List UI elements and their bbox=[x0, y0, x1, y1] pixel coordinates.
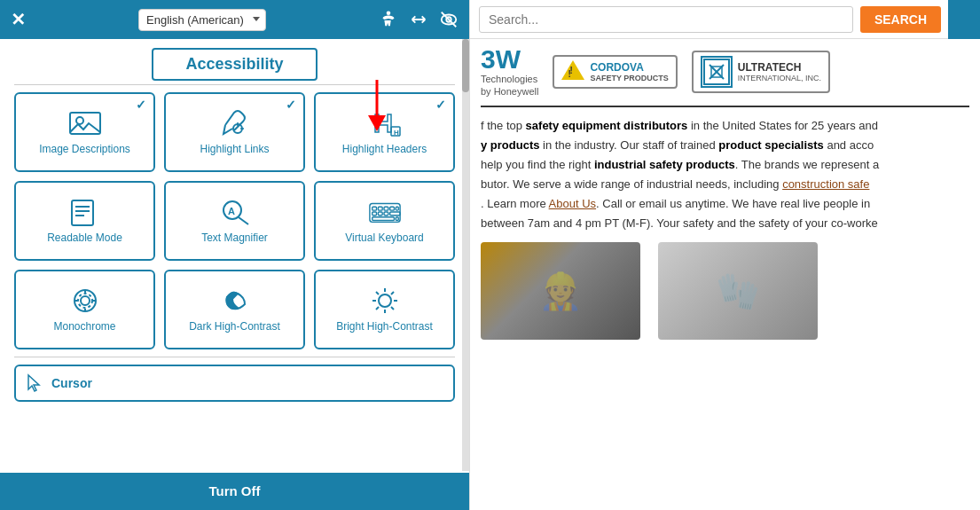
text-intro: f the top safety equipment distributors … bbox=[481, 119, 878, 132]
svg-rect-24 bbox=[372, 212, 376, 216]
highlight-links-icon bbox=[218, 109, 252, 137]
search-input[interactable] bbox=[479, 6, 853, 33]
accessibility-icon[interactable] bbox=[379, 10, 398, 29]
highlight-links-label: Highlight Links bbox=[200, 143, 269, 157]
highlight-headers-item[interactable]: ✓ H Highlight Headers bbox=[314, 92, 455, 172]
close-button[interactable]: ✕ bbox=[11, 9, 26, 30]
panel-footer[interactable]: Turn Off bbox=[0, 473, 469, 510]
svg-rect-20 bbox=[378, 208, 382, 211]
header-icons bbox=[379, 10, 459, 29]
svg-rect-26 bbox=[384, 212, 388, 216]
image-descriptions-label: Image Descriptions bbox=[39, 143, 130, 157]
brand-sub: Technologiesby Honeywell bbox=[481, 73, 538, 98]
text-learn: . Learn more About Us. Call or email us … bbox=[481, 197, 870, 210]
right-content: 3W Technologiesby Honeywell ! CORDOVA SA… bbox=[470, 39, 980, 510]
scrollbar-thumb[interactable] bbox=[462, 39, 469, 92]
ultratech-symbol bbox=[701, 56, 733, 88]
svg-rect-28 bbox=[372, 217, 394, 221]
bright-high-contrast-item[interactable]: Bright High-Contrast bbox=[314, 270, 455, 349]
svg-rect-29 bbox=[396, 217, 398, 221]
logos-row: 3W Technologiesby Honeywell ! CORDOVA SA… bbox=[481, 46, 969, 107]
highlight-links-item[interactable]: ✓ Highlight Links bbox=[164, 92, 305, 172]
section-divider bbox=[14, 357, 455, 357]
svg-point-37 bbox=[379, 294, 391, 307]
monochrome-label: Monochrome bbox=[53, 320, 115, 334]
svg-line-44 bbox=[391, 292, 394, 294]
brand-name: 3W bbox=[481, 46, 538, 73]
cordova-logo: ! CORDOVA SAFETY PRODUCTS bbox=[553, 55, 677, 89]
title-bar: Accessibility bbox=[0, 39, 469, 84]
bright-high-contrast-icon bbox=[368, 286, 402, 315]
dark-high-contrast-icon bbox=[218, 286, 252, 315]
check-image-descriptions: ✓ bbox=[136, 98, 146, 112]
check-highlight-links: ✓ bbox=[286, 98, 296, 112]
text-magnifier-item[interactable]: A Text Magnifier bbox=[164, 181, 305, 261]
text-products: y products in the industry. Our staff of… bbox=[481, 138, 874, 152]
svg-rect-22 bbox=[389, 208, 394, 211]
svg-text:H: H bbox=[394, 129, 399, 137]
virtual-keyboard-icon bbox=[368, 198, 402, 226]
worker-icon-1: 👷 bbox=[538, 271, 583, 312]
svg-rect-19 bbox=[372, 208, 376, 211]
monochrome-icon bbox=[68, 286, 102, 315]
main-text-area: f the top safety equipment distributors … bbox=[481, 116, 969, 234]
scrollbar-track[interactable] bbox=[462, 39, 469, 471]
cursor-label: Cursor bbox=[51, 376, 92, 390]
check-highlight-headers: ✓ bbox=[435, 98, 446, 112]
readable-mode-label: Readable Mode bbox=[47, 231, 122, 246]
construction-safe-link[interactable]: construction safe bbox=[782, 177, 869, 191]
accessibility-panel: ✕ English (American) bbox=[0, 0, 470, 510]
bright-high-contrast-label: Bright High-Contrast bbox=[336, 320, 433, 334]
highlight-headers-icon: H bbox=[368, 109, 402, 137]
readable-mode-icon bbox=[68, 198, 102, 226]
about-us-link[interactable]: About Us bbox=[549, 197, 596, 210]
cursor-row[interactable]: Cursor bbox=[14, 365, 455, 402]
svg-line-43 bbox=[391, 307, 394, 310]
worker-image-1: 👷 bbox=[481, 242, 640, 340]
text-butor: butor. We serve a wide range of industri… bbox=[481, 177, 869, 191]
accessibility-title: Accessibility bbox=[152, 48, 317, 81]
turn-off-button[interactable]: Turn Off bbox=[208, 483, 260, 498]
svg-rect-25 bbox=[378, 212, 382, 216]
text-magnifier-label: Text Magnifier bbox=[201, 231, 268, 246]
svg-point-31 bbox=[81, 296, 90, 305]
images-row: 👷 🧤 bbox=[481, 242, 969, 340]
text-hours: between 7am and 4 pm PT (M-F). Your safe… bbox=[481, 216, 878, 230]
right-header: SEARCH bbox=[470, 0, 980, 39]
svg-line-16 bbox=[239, 217, 248, 224]
svg-text:A: A bbox=[228, 206, 235, 216]
svg-rect-11 bbox=[72, 200, 93, 225]
worker-image-2: 🧤 bbox=[658, 242, 818, 340]
virtual-keyboard-label: Virtual Keyboard bbox=[345, 231, 424, 246]
hide-icon[interactable] bbox=[439, 10, 459, 29]
svg-rect-6 bbox=[70, 113, 100, 134]
image-descriptions-item[interactable]: ✓ Image Descriptions bbox=[14, 92, 155, 172]
dark-high-contrast-item[interactable]: Dark High-Contrast bbox=[164, 270, 305, 349]
image-descriptions-icon bbox=[68, 109, 102, 137]
highlight-headers-label: Highlight Headers bbox=[342, 143, 427, 157]
text-find: help you find the right industrial safet… bbox=[481, 158, 879, 171]
language-select[interactable]: English (American) bbox=[138, 9, 266, 31]
nav-right-bar bbox=[948, 0, 980, 39]
panel-content: ✓ Image Descriptions ✓ bbox=[0, 85, 469, 473]
arrows-icon[interactable] bbox=[409, 10, 428, 29]
svg-rect-21 bbox=[384, 208, 388, 211]
svg-line-45 bbox=[376, 307, 379, 310]
svg-point-0 bbox=[387, 11, 391, 15]
panel-header: ✕ English (American) bbox=[0, 0, 469, 39]
readable-mode-item[interactable]: Readable Mode bbox=[14, 181, 155, 261]
svg-rect-23 bbox=[396, 208, 398, 211]
worker-icon-2: 🧤 bbox=[716, 271, 760, 312]
monochrome-item[interactable]: Monochrome bbox=[14, 270, 155, 349]
cursor-icon bbox=[27, 373, 43, 393]
search-button[interactable]: SEARCH bbox=[860, 6, 941, 33]
svg-rect-27 bbox=[389, 212, 399, 216]
brand-block: 3W Technologiesby Honeywell bbox=[481, 46, 538, 98]
items-grid: ✓ Image Descriptions ✓ bbox=[14, 92, 455, 349]
dark-high-contrast-label: Dark High-Contrast bbox=[189, 320, 280, 334]
text-magnifier-icon: A bbox=[218, 198, 252, 226]
right-panel: SEARCH 3W Technologiesby Honeywell ! COR… bbox=[470, 0, 980, 510]
virtual-keyboard-item[interactable]: Virtual Keyboard bbox=[314, 181, 455, 261]
ultratech-logo: ULTRATECH INTERNATIONAL, INC. bbox=[692, 51, 830, 93]
svg-line-42 bbox=[376, 292, 379, 294]
